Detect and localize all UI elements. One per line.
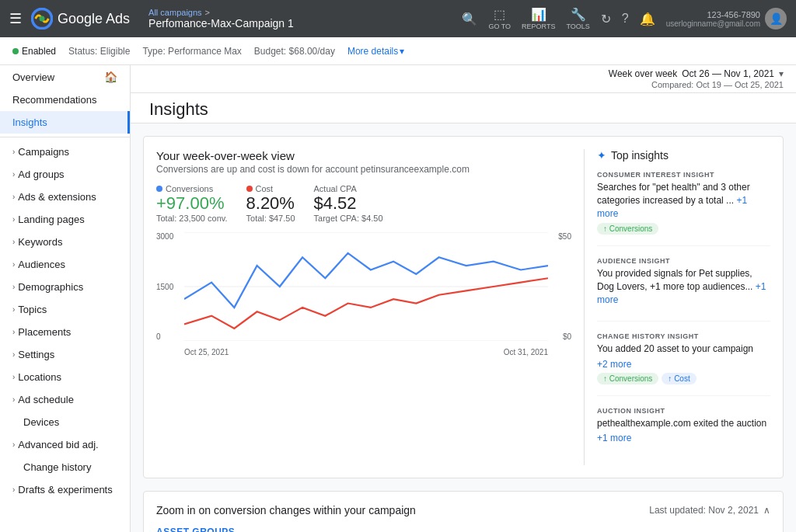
chevron-icon: › [12, 350, 15, 359]
app-title: Google Ads [58, 11, 130, 27]
chart-plot [184, 232, 548, 341]
reports-nav-button[interactable]: 📊 REPORTS [522, 7, 555, 30]
conversions-value: +97.00% [156, 193, 228, 214]
chart-y-right: $50 $0 [548, 232, 571, 341]
chevron-icon: › [12, 305, 15, 314]
sidebar-item-ads-extensions[interactable]: › Ads & extensions [0, 186, 130, 208]
cost-total: Total: $47.50 [246, 214, 295, 223]
sidebar-item-adgroups[interactable]: › Ad groups [0, 163, 130, 186]
sidebar-item-bid-adj[interactable]: › Advanced bid adj. [0, 433, 130, 456]
cost-tag: ↑ Cost [662, 373, 696, 384]
sidebar-item-topics[interactable]: › Topics [0, 298, 130, 321]
last-updated: Last updated: Nov 2, 2021 [649, 505, 759, 516]
conversions-label: Conversions [156, 184, 228, 193]
sidebar-label-placements: Placements [18, 326, 71, 338]
sidebar-item-keywords[interactable]: › Keywords [0, 231, 130, 253]
sidebar-item-settings[interactable]: › Settings [0, 343, 130, 366]
insight-link[interactable]: +1 more [597, 195, 747, 219]
top-navigation: ☰ Google Ads All campaigns > Perfomance-… [0, 0, 796, 37]
help-button[interactable]: ? [622, 12, 629, 26]
date-range-label: Week over week [609, 68, 677, 79]
red-legend-dot [246, 186, 253, 192]
chart-title: Your week-over-week view [156, 149, 571, 162]
conversions-metric: Conversions +97.00% Total: 23,500 conv. [156, 184, 228, 223]
page-title: Insights [149, 99, 777, 120]
budget-info: Budget: $68.00/day [254, 46, 335, 57]
chevron-icon: › [12, 283, 15, 291]
sidebar-label-demographics: Demographics [18, 281, 83, 293]
sidebar-item-overview[interactable]: Overview 🏠 [0, 65, 130, 89]
sidebar-item-insights[interactable]: Insights [0, 111, 130, 134]
user-area: 123-456-7890 userloginname@gmail.com 👤 [666, 8, 787, 30]
refresh-button[interactable]: ↻ [601, 12, 611, 26]
cpa-metric: Actual CPA $4.52 Target CPA: $4.50 [314, 184, 383, 223]
insight-link[interactable]: +1 more [597, 281, 766, 305]
tools-nav-button[interactable]: 🔧 TOOLS [566, 7, 589, 30]
user-phone: 123-456-7890 [707, 10, 760, 19]
sidebar-label-ads: Ads & extensions [18, 191, 96, 203]
sidebar-item-recommendations[interactable]: Recommendations [0, 89, 130, 111]
search-nav-button[interactable]: 🔍 [462, 12, 477, 26]
week-view-card: Your week-over-week view Conversions are… [143, 136, 784, 478]
sidebar-item-devices[interactable]: Devices [0, 411, 130, 433]
asset-groups-tab[interactable]: ASSET GROUPS [156, 527, 235, 532]
top-insights-panel: ✦ Top insights CONSUMER INTEREST INSIGHT… [584, 149, 770, 465]
sidebar: Overview 🏠 Recommendations Insights › Ca… [0, 65, 131, 532]
insight-text: You provided signals for Pet supplies, D… [597, 267, 770, 306]
chart-subtitle: Conversions are up and cost is down for … [156, 164, 571, 175]
sidebar-item-campaigns[interactable]: › Campaigns [0, 141, 130, 163]
sidebar-label-audiences: Audiences [18, 259, 65, 270]
zoom-title: Zoom in on conversion changes within you… [156, 504, 416, 516]
logo-area: Google Ads [31, 8, 130, 30]
svg-point-1 [40, 16, 45, 22]
sidebar-item-locations[interactable]: › Locations [0, 366, 130, 388]
status-enabled: Enabled [22, 46, 56, 57]
chevron-icon: › [12, 238, 15, 246]
sidebar-item-ad-schedule[interactable]: › Ad schedule [0, 388, 130, 411]
insight-link[interactable]: +1 more [597, 433, 770, 443]
sidebar-label-changehistory: Change history [12, 461, 91, 473]
sidebar-label-bidadj: Advanced bid adj. [18, 439, 98, 450]
more-details-button[interactable]: More details ▾ [347, 46, 404, 57]
insight-item-change: CHANGE HISTORY INSIGHT You added 20 asse… [597, 332, 770, 396]
cost-label: Cost [246, 184, 295, 193]
sidebar-item-placements[interactable]: › Placements [0, 321, 130, 343]
chevron-icon: › [12, 395, 15, 404]
sidebar-label-keywords: Keywords [18, 236, 62, 248]
chevron-icon: › [12, 440, 15, 449]
insight-text: Searches for "pet health" and 3 other ca… [597, 181, 770, 220]
insight-text: You added 20 asset to your campaign [597, 342, 770, 356]
chart-x-labels: Oct 25, 2021 Oct 31, 2021 [184, 348, 548, 356]
status-badge: Enabled [12, 46, 56, 57]
date-range-selector[interactable]: Week over week Oct 26 — Nov 1, 2021 ▾ [609, 68, 784, 79]
notifications-button[interactable]: 🔔 [640, 12, 655, 26]
sidebar-item-change-history[interactable]: Change history [0, 456, 130, 478]
date-dropdown-icon[interactable]: ▾ [779, 68, 784, 79]
user-email: userloginname@gmail.com [666, 19, 760, 28]
cost-metric: Cost 8.20% Total: $47.50 [246, 184, 295, 223]
sidebar-label-campaigns: Campaigns [18, 146, 69, 158]
sidebar-divider [0, 137, 130, 137]
top-nav-icons: 🔍 ⬚ GO TO 📊 REPORTS 🔧 TOOLS ↻ ? 🔔 123-45… [462, 7, 787, 30]
zoom-card: Zoom in on conversion changes within you… [143, 491, 784, 532]
sidebar-label-locations: Locations [18, 371, 61, 383]
user-avatar[interactable]: 👤 [765, 8, 787, 30]
insight-tags: ↑ Conversions [597, 223, 770, 235]
home-icon: 🏠 [104, 71, 117, 83]
sidebar-item-drafts[interactable]: › Drafts & experiments [0, 478, 130, 501]
sidebar-label-landing: Landing pages [18, 214, 84, 225]
hamburger-menu[interactable]: ☰ [9, 10, 22, 27]
goto-nav-button[interactable]: ⬚ GO TO [488, 7, 511, 30]
insight-item-auction: AUCTION INSIGHT pethealthexample.com exi… [597, 407, 770, 455]
insight-link[interactable]: +2 more [597, 359, 770, 370]
sidebar-item-audiences[interactable]: › Audiences [0, 253, 130, 276]
blue-legend-dot [156, 186, 162, 192]
sidebar-item-landing-pages[interactable]: › Landing pages [0, 208, 130, 231]
chart-canvas: 3000 1500 0 $50 $0 Oct 25, 2021 Oct 31, … [156, 232, 571, 356]
insight-item-consumer: CONSUMER INTEREST INSIGHT Searches for "… [597, 171, 770, 246]
main-content: Week over week Oct 26 — Nov 1, 2021 ▾ Co… [131, 65, 796, 532]
collapse-icon[interactable]: ∧ [763, 505, 770, 516]
campaign-type: Type: Performance Max [142, 46, 241, 57]
sidebar-item-demographics[interactable]: › Demographics [0, 276, 130, 298]
insight-tags: ↑ Conversions ↑ Cost [597, 373, 770, 384]
